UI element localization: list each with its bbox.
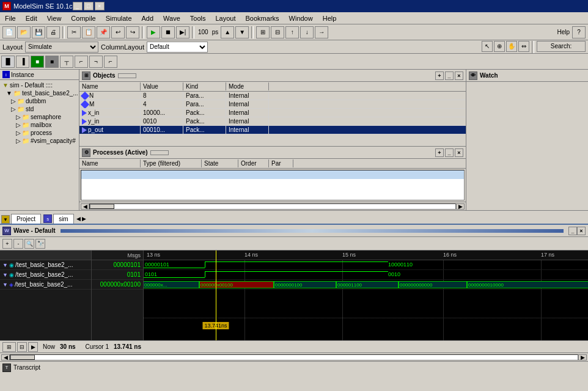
now-value: 30 ns — [60, 343, 76, 350]
processes-expand-btn[interactable]: + — [435, 148, 444, 157]
wave-status-btn1[interactable]: ⊞ — [2, 342, 16, 352]
sim-start-btn[interactable]: ▶ — [147, 26, 160, 38]
table-row[interactable]: y_in 0010 Pack... Internal — [79, 117, 466, 126]
print-btn[interactable]: 🖨 — [46, 26, 60, 38]
wave-scroll-left[interactable]: ◀ — [1, 354, 10, 360]
close-btn[interactable]: × — [95, 2, 105, 10]
tool-zoom[interactable]: ⊕ — [494, 41, 505, 52]
sim-run-btn[interactable]: ▶| — [176, 26, 189, 38]
menu-edit[interactable]: Edit — [21, 13, 42, 23]
title-text: ModelSim SE 10.1c — [13, 2, 73, 10]
wave-close-btn[interactable]: × — [577, 227, 586, 235]
scroll-right-btn[interactable]: ▶ — [456, 203, 465, 210]
processes-selected-row — [81, 170, 464, 179]
table-row-selected[interactable]: p_out 00010... Pack... Internal — [79, 126, 466, 134]
tree-icon-dutbbm-folder: 📁 — [17, 98, 24, 104]
menu-file[interactable]: File — [0, 13, 21, 23]
objects-minimize-btn[interactable]: _ — [445, 71, 454, 80]
tree-item-vsim[interactable]: ▷ 📁 #vsim_capacity# — [1, 137, 78, 145]
tab-sim[interactable]: sim — [53, 214, 74, 224]
window-controls: _ □ × — [73, 2, 105, 10]
search-input-area[interactable]: Search: — [537, 41, 586, 52]
tab-nav-right[interactable]: ▶ — [82, 216, 86, 222]
wave-tb-7[interactable]: ¬ — [89, 56, 103, 68]
time-up-btn[interactable]: ▲ — [221, 26, 234, 38]
menu-view[interactable]: View — [42, 13, 67, 23]
processes-drag — [150, 150, 169, 155]
wave-scroll-right[interactable]: ▶ — [578, 354, 587, 360]
tree-item-test[interactable]: ▼ 📁 test_basic_base2_... — [1, 89, 78, 97]
column-layout-select[interactable]: Default — [147, 42, 208, 53]
wave-status-btn3[interactable]: ▶ — [28, 342, 38, 352]
tree-icon-mailbox: ▷ — [16, 122, 21, 128]
redo-btn[interactable]: ↪ — [126, 26, 139, 38]
new-btn[interactable]: 📄 — [2, 26, 16, 38]
menu-simulate[interactable]: Simulate — [101, 13, 137, 23]
open-btn[interactable]: 📂 — [17, 26, 31, 38]
menu-wave[interactable]: Wave — [158, 13, 185, 23]
menu-layout[interactable]: Layout — [211, 13, 241, 23]
save-btn[interactable]: 💾 — [32, 26, 45, 38]
tab-project[interactable]: Project — [11, 214, 41, 224]
h-scrollbar[interactable]: ◀ ▶ — [79, 202, 466, 210]
menu-compile[interactable]: Compile — [66, 13, 100, 23]
scroll-thumb[interactable] — [90, 204, 114, 209]
wave-btn3[interactable]: ↑ — [285, 26, 299, 38]
maximize-btn[interactable]: □ — [84, 2, 94, 10]
wave-tb-3[interactable]: ■ — [31, 56, 44, 68]
table-row[interactable]: N 8 Para... Internal — [79, 92, 466, 100]
tool-pan[interactable]: ✋ — [506, 41, 517, 52]
menu-bookmarks[interactable]: Bookmarks — [241, 13, 284, 23]
undo-btn[interactable]: ↩ — [111, 26, 125, 38]
wave-minimize-btn[interactable]: _ — [568, 227, 577, 235]
table-row[interactable]: x_in 10000... Pack... Internal — [79, 109, 466, 117]
help-btn[interactable]: ? — [572, 26, 586, 38]
cut-btn[interactable]: ✂ — [67, 26, 81, 38]
tree-item-mailbox[interactable]: ▷ 📁 mailbox — [1, 121, 78, 129]
sim-stop-btn[interactable]: ⏹ — [161, 26, 175, 38]
wave-btn1[interactable]: ⊞ — [256, 26, 270, 38]
tool-measure[interactable]: ⇔ — [518, 41, 529, 52]
table-row[interactable]: M 4 Para... Internal — [79, 100, 466, 109]
wave-timeline: 13 ns 14 ns 15 ns 16 ns 17 ns — [144, 250, 588, 260]
wave-tb-zoom-out[interactable]: 🔭 — [35, 239, 45, 249]
tool-ptr[interactable]: ↖ — [482, 41, 493, 52]
menu-tools[interactable]: Tools — [185, 13, 211, 23]
menu-help[interactable]: Help — [318, 13, 342, 23]
wave-btn5[interactable]: → — [315, 26, 328, 38]
wave-tb-8[interactable]: ⌐ — [104, 56, 117, 68]
wave-scroll-thumb[interactable] — [10, 355, 35, 360]
wave-tb-1[interactable]: █ — [1, 56, 15, 68]
wave-tb-6[interactable]: ⌐ — [75, 56, 88, 68]
wave-tb-zoom-in[interactable]: 🔍 — [24, 239, 34, 249]
tab-nav-left[interactable]: ◀ — [76, 216, 81, 222]
menu-add[interactable]: Add — [137, 13, 159, 23]
wave-tb-add[interactable]: + — [2, 239, 12, 249]
wave-tb-4[interactable]: ■ — [45, 56, 59, 68]
wave-tb-remove[interactable]: - — [13, 239, 23, 249]
minimize-btn[interactable]: _ — [73, 2, 83, 10]
time-down-btn[interactable]: ▼ — [235, 26, 249, 38]
layout-select[interactable]: Simulate — [25, 42, 98, 53]
wave-btn2[interactable]: ⊟ — [271, 26, 284, 38]
copy-btn[interactable]: 📋 — [82, 26, 95, 38]
wave-btn4[interactable]: ↓ — [300, 26, 314, 38]
menu-window[interactable]: Window — [284, 13, 318, 23]
processes-close-btn[interactable]: × — [455, 148, 463, 157]
tree-item-sim[interactable]: ▼ sim - Default :::: — [1, 81, 78, 89]
tree-item-dutbbm[interactable]: ▷ 📁 dutbbm — [1, 97, 78, 105]
proc-col-type: Type (filtered) — [141, 159, 202, 167]
wave-tb-5[interactable]: ┬ — [60, 56, 73, 68]
wave-tb-2[interactable]: ▐ — [16, 56, 29, 68]
tree-item-std[interactable]: ▷ 📁 std — [1, 105, 78, 113]
tree-item-process[interactable]: ▷ 📁 process — [1, 129, 78, 137]
scroll-left-btn[interactable]: ◀ — [81, 203, 89, 210]
instance-tree[interactable]: ▼ sim - Default :::: ▼ 📁 test_basic_base… — [0, 80, 79, 210]
processes-minimize-btn[interactable]: _ — [445, 148, 454, 157]
wave-status-btn2[interactable]: ⊟ — [17, 342, 27, 352]
paste-btn[interactable]: 📌 — [97, 26, 110, 38]
tree-item-semaphore[interactable]: ▷ 📁 semaphore — [1, 113, 78, 121]
wave-hscroll[interactable]: ◀ ▶ — [0, 353, 588, 361]
objects-close-btn[interactable]: × — [455, 71, 463, 80]
objects-expand-btn[interactable]: + — [435, 71, 444, 80]
